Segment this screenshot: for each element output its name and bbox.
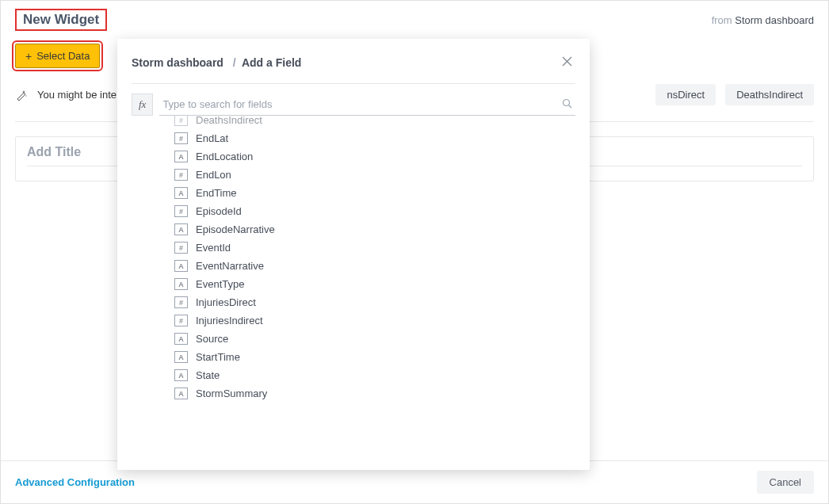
field-item[interactable]: #InjuriesIndirect bbox=[174, 311, 575, 330]
field-item[interactable]: AState bbox=[174, 366, 575, 384]
close-icon bbox=[562, 56, 572, 67]
field-name: EventType bbox=[196, 278, 244, 290]
search-input[interactable] bbox=[159, 94, 575, 115]
text-type-icon: A bbox=[174, 333, 188, 345]
field-item[interactable]: AEpisodeNarrative bbox=[174, 220, 575, 239]
formula-button[interactable]: fx bbox=[132, 94, 153, 116]
breadcrumb: Storm dashboard / Add a Field bbox=[132, 56, 301, 69]
select-data-button[interactable]: + Select Data bbox=[15, 44, 100, 68]
field-name: State bbox=[196, 369, 220, 381]
close-button[interactable] bbox=[559, 53, 575, 72]
advanced-config-link[interactable]: Advanced Configuration bbox=[15, 476, 135, 488]
text-type-icon: A bbox=[174, 351, 188, 363]
number-type-icon: # bbox=[174, 205, 188, 217]
field-name: EndLon bbox=[196, 169, 231, 181]
field-name: InjuriesDirect bbox=[196, 296, 256, 308]
search-icon bbox=[562, 98, 572, 111]
svg-point-2 bbox=[563, 99, 570, 105]
field-item[interactable]: #InjuriesDirect bbox=[174, 293, 575, 311]
field-item[interactable]: AStormSummary bbox=[174, 384, 575, 403]
text-type-icon: A bbox=[174, 388, 188, 399]
select-data-block: + Select Data bbox=[1, 44, 100, 68]
field-item[interactable]: #EpisodeId bbox=[174, 202, 575, 220]
plus-icon: + bbox=[25, 51, 32, 62]
field-item[interactable]: AEventType bbox=[174, 275, 575, 293]
breadcrumb-separator: / bbox=[227, 56, 239, 69]
dashboard-name: Storm dashboard bbox=[735, 14, 814, 26]
number-type-icon: # bbox=[174, 132, 188, 144]
field-name: StormSummary bbox=[196, 388, 267, 399]
text-type-icon: A bbox=[174, 151, 188, 162]
suggestion-chip[interactable]: nsDirect bbox=[655, 84, 716, 105]
number-type-icon: # bbox=[174, 315, 188, 326]
field-list[interactable]: #DeathsIndirect#EndLatAEndLocation#EndLo… bbox=[132, 116, 575, 462]
field-name: Source bbox=[196, 333, 228, 345]
field-name: InjuriesIndirect bbox=[196, 315, 263, 326]
field-name: DeathsIndirect bbox=[196, 116, 262, 126]
field-item[interactable]: AStartTime bbox=[174, 348, 575, 366]
field-item[interactable]: AEventNarrative bbox=[174, 257, 575, 275]
field-name: EpisodeNarrative bbox=[196, 223, 275, 235]
field-item[interactable]: #EventId bbox=[174, 239, 575, 257]
field-item[interactable]: #EndLat bbox=[174, 129, 575, 147]
suggestion-text: You might be inte bbox=[37, 89, 117, 101]
field-name: EndTime bbox=[196, 187, 237, 199]
field-item[interactable]: ASource bbox=[174, 330, 575, 348]
field-name: EpisodeId bbox=[196, 205, 242, 217]
field-name: EventNarrative bbox=[196, 260, 264, 272]
breadcrumb-root[interactable]: Storm dashboard bbox=[132, 56, 223, 69]
from-prefix: from bbox=[712, 14, 732, 26]
field-item[interactable]: #EndLon bbox=[174, 166, 575, 184]
field-item[interactable]: #DeathsIndirect bbox=[174, 116, 575, 129]
cancel-button[interactable]: Cancel bbox=[757, 471, 814, 494]
wand-icon bbox=[15, 89, 28, 101]
text-type-icon: A bbox=[174, 187, 188, 199]
field-name: EventId bbox=[196, 242, 231, 254]
from-block: from Storm dashboard bbox=[712, 14, 814, 26]
svg-line-3 bbox=[569, 105, 572, 108]
select-data-label: Select Data bbox=[36, 50, 90, 62]
breadcrumb-leaf: Add a Field bbox=[242, 56, 301, 69]
page-title: New Widget bbox=[23, 12, 99, 27]
number-type-icon: # bbox=[174, 296, 188, 308]
field-item[interactable]: AEndTime bbox=[174, 184, 575, 202]
text-type-icon: A bbox=[174, 223, 188, 235]
text-type-icon: A bbox=[174, 369, 188, 381]
field-picker-popover: Storm dashboard / Add a Field fx #Deaths… bbox=[117, 39, 590, 470]
page-title-highlight: New Widget bbox=[15, 9, 107, 31]
search-row: fx bbox=[132, 84, 575, 116]
number-type-icon: # bbox=[174, 242, 188, 254]
number-type-icon: # bbox=[174, 169, 188, 181]
field-name: StartTime bbox=[196, 351, 240, 363]
field-item[interactable]: AEndLocation bbox=[174, 147, 575, 166]
number-type-icon: # bbox=[174, 116, 188, 126]
widget-header: New Widget from Storm dashboard bbox=[1, 1, 828, 37]
field-name: EndLat bbox=[196, 132, 228, 144]
field-name: EndLocation bbox=[196, 151, 253, 162]
suggestion-chip[interactable]: DeathsIndirect bbox=[725, 84, 814, 105]
text-type-icon: A bbox=[174, 278, 188, 290]
search-wrap bbox=[159, 94, 575, 116]
popover-header: Storm dashboard / Add a Field bbox=[132, 53, 575, 84]
text-type-icon: A bbox=[174, 260, 188, 272]
